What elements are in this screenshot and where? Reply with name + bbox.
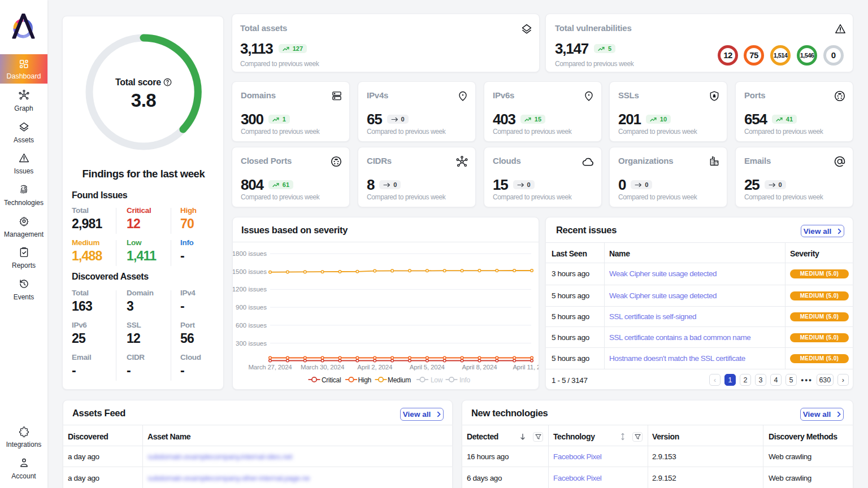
svg-text:High: High <box>358 376 371 384</box>
svg-text:March 30, 2024: March 30, 2024 <box>301 364 345 371</box>
svg-text:Info: Info <box>459 376 470 384</box>
svg-text:Critical: Critical <box>322 376 341 384</box>
svg-text:April 11, 2024: April 11, 2024 <box>513 364 539 371</box>
svg-text:600 issues: 600 issues <box>236 322 267 329</box>
svg-text:April 8, 2024: April 8, 2024 <box>462 364 497 371</box>
svg-text:March 27, 2024: March 27, 2024 <box>248 364 292 371</box>
svg-text:1500 issues: 1500 issues <box>233 268 267 275</box>
svg-text:1200 issues: 1200 issues <box>233 286 267 293</box>
svg-text:900 issues: 900 issues <box>236 304 267 311</box>
svg-text:April 2, 2024: April 2, 2024 <box>357 364 393 371</box>
svg-text:1800 issues: 1800 issues <box>233 250 267 257</box>
svg-text:300 issues: 300 issues <box>236 340 267 347</box>
svg-text:Low: Low <box>431 376 443 384</box>
svg-text:April 5, 2024: April 5, 2024 <box>410 364 445 371</box>
svg-text:Medium: Medium <box>388 376 411 384</box>
